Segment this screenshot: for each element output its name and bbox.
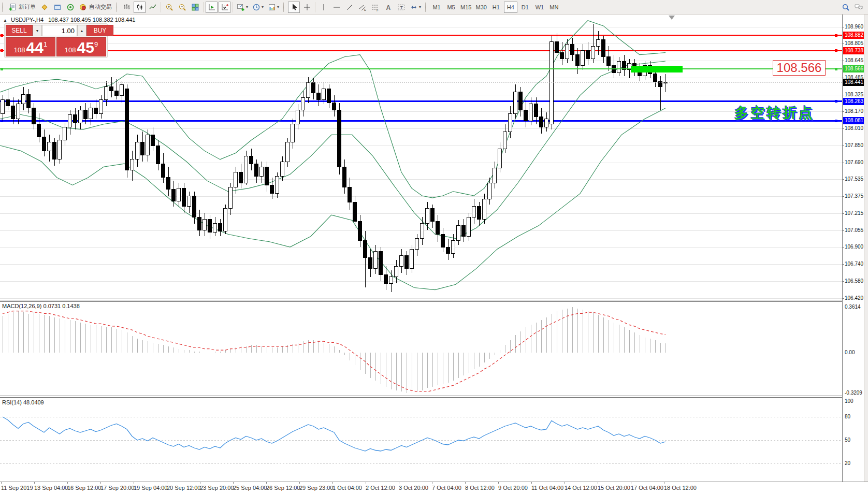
shapes-icon bbox=[410, 3, 418, 11]
axis-tick bbox=[843, 213, 844, 214]
tile-windows-button[interactable] bbox=[189, 2, 201, 13]
time-axis-label: 8 Oct 12:00 bbox=[465, 485, 495, 491]
axis-tick bbox=[843, 95, 844, 95]
text-label-button[interactable]: T bbox=[395, 2, 407, 13]
price-axis-label: 106.420 bbox=[845, 295, 863, 301]
time-axis-label: 17 Oct 04:00 bbox=[631, 485, 663, 491]
autoscroll-button[interactable] bbox=[206, 2, 218, 13]
vertical-line-button[interactable] bbox=[317, 2, 329, 13]
chat-button[interactable] bbox=[852, 2, 865, 13]
mql-editor-button[interactable] bbox=[38, 2, 50, 13]
price-axis-label: 108.170 bbox=[845, 108, 863, 114]
time-axis-label: 14 Oct 12:00 bbox=[565, 485, 597, 491]
zoom-out-button[interactable] bbox=[176, 2, 188, 13]
tile-windows-icon bbox=[191, 3, 199, 11]
time-axis[interactable]: 11 Sep 201913 Sep 04:0016 Sep 12:0017 Se… bbox=[0, 482, 868, 494]
buy-button[interactable]: BUY bbox=[86, 25, 113, 36]
crosshair-button[interactable] bbox=[301, 2, 313, 13]
zoom-in-button[interactable] bbox=[163, 2, 175, 13]
price-axis[interactable]: 108.960108.805108.645108.485108.325108.1… bbox=[843, 14, 864, 482]
support-line[interactable] bbox=[0, 66, 842, 72]
time-axis-tick bbox=[531, 482, 532, 484]
time-axis-label: 26 Sep 12:00 bbox=[266, 485, 300, 491]
collapse-icon[interactable]: ▲ bbox=[3, 18, 7, 23]
dropdown-caret: ▾ bbox=[419, 5, 421, 9]
fibonacci-button[interactable]: F bbox=[369, 2, 381, 13]
trendline-button[interactable] bbox=[343, 2, 355, 13]
axis-tick bbox=[843, 128, 844, 129]
volume-up-button[interactable]: ▲ bbox=[77, 25, 86, 36]
templates-button[interactable]: ▾ bbox=[266, 2, 281, 13]
price-axis-label: 108.645 bbox=[845, 57, 863, 63]
crosshair-icon bbox=[303, 3, 311, 11]
tf-H1[interactable]: H1 bbox=[489, 2, 503, 13]
sounds-icon bbox=[66, 3, 75, 11]
shapes-button[interactable]: ▾ bbox=[408, 2, 423, 13]
sounds-button[interactable] bbox=[64, 2, 76, 13]
dropdown-caret: ▾ bbox=[277, 5, 279, 9]
terminal-button[interactable] bbox=[51, 2, 63, 13]
buy-price[interactable]: 108459 bbox=[56, 37, 106, 56]
mql-editor-icon bbox=[40, 3, 49, 11]
new-order-icon bbox=[8, 3, 17, 11]
horizontal-line-button[interactable] bbox=[330, 2, 342, 13]
periods-button[interactable]: ▾ bbox=[251, 2, 265, 13]
price-axis-label: 107.690 bbox=[845, 159, 863, 165]
tf-H4[interactable]: H4 bbox=[504, 2, 517, 13]
search-button[interactable] bbox=[840, 2, 851, 13]
new-order-button[interactable]: 新订单 bbox=[7, 2, 37, 13]
time-axis-label: 11 Oct 04:00 bbox=[531, 485, 563, 491]
text-label-icon: T bbox=[397, 3, 406, 11]
svg-text:T: T bbox=[400, 5, 403, 10]
panel-separator[interactable] bbox=[0, 301, 868, 302]
panel-separator[interactable] bbox=[0, 396, 868, 396]
macd-canvas[interactable] bbox=[0, 302, 842, 396]
volume-input[interactable] bbox=[42, 25, 77, 36]
line-chart-button[interactable] bbox=[147, 2, 158, 13]
panel-separator[interactable] bbox=[0, 300, 868, 300]
toolbar-grip[interactable] bbox=[2, 3, 4, 12]
toolbar-grip[interactable] bbox=[425, 3, 427, 12]
bar-chart-button[interactable] bbox=[121, 2, 133, 13]
terminal-icon bbox=[53, 3, 62, 11]
sell-button[interactable]: SELL bbox=[6, 25, 33, 36]
svg-text:E: E bbox=[364, 8, 366, 11]
time-axis-label: 3 Oct 20:00 bbox=[399, 485, 428, 491]
templates-icon bbox=[268, 3, 276, 11]
toolbar-grip[interactable] bbox=[283, 3, 285, 12]
axis-tick bbox=[843, 146, 844, 146]
toolbar-grip[interactable] bbox=[116, 3, 118, 12]
rsi-canvas[interactable] bbox=[0, 398, 842, 481]
channel-icon: E bbox=[358, 3, 367, 11]
channel-button[interactable]: E bbox=[356, 2, 368, 13]
price-axis-label: 107.535 bbox=[845, 176, 863, 182]
time-axis-label: 20 Sep 12:00 bbox=[167, 485, 200, 491]
turning-point-annotation[interactable]: 多空转折点 bbox=[734, 104, 815, 122]
tf-M15[interactable]: M15 bbox=[459, 2, 473, 13]
indicators-button[interactable]: ▾ bbox=[235, 2, 250, 13]
autotrading-button[interactable]: 自动交易 bbox=[77, 2, 113, 13]
price-axis-label: 106.740 bbox=[845, 261, 863, 267]
line-chart-icon bbox=[149, 3, 157, 11]
tf-MN[interactable]: MN bbox=[547, 2, 561, 13]
main-chart-canvas[interactable] bbox=[0, 14, 842, 300]
tf-W1[interactable]: W1 bbox=[533, 2, 546, 13]
cursor-icon bbox=[290, 3, 298, 11]
tf-D1[interactable]: D1 bbox=[518, 2, 532, 13]
cursor-button[interactable] bbox=[288, 2, 300, 13]
tf-M1[interactable]: M1 bbox=[430, 2, 443, 13]
volume-down-button[interactable]: ▼ bbox=[33, 25, 42, 36]
text-button[interactable]: A bbox=[382, 2, 394, 13]
time-axis-label: 13 Sep 04:00 bbox=[34, 485, 68, 491]
chart-shift-button[interactable] bbox=[219, 2, 230, 13]
tf-M5[interactable]: M5 bbox=[444, 2, 458, 13]
time-axis-tick bbox=[200, 482, 200, 484]
tf-M30[interactable]: M30 bbox=[474, 2, 488, 13]
panel-separator[interactable] bbox=[0, 397, 868, 398]
sell-price[interactable]: 108441 bbox=[6, 37, 55, 56]
toolbar: 新订单 自动交易 ▾ ▾ ▾ E F A T ▾ bbox=[0, 0, 868, 14]
dropdown-caret: ▾ bbox=[246, 5, 248, 9]
price-callout-box[interactable]: 108.566 bbox=[773, 60, 826, 76]
candlestick-chart-button[interactable] bbox=[134, 2, 146, 13]
window-edge bbox=[864, 14, 868, 482]
